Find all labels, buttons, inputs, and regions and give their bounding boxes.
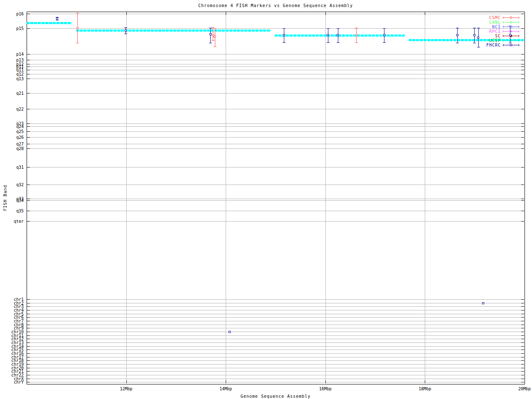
y-tick-mark [27, 375, 30, 375]
y-tick-mark [521, 375, 524, 375]
y-tick-mark [521, 368, 524, 368]
y-tick-mark [27, 79, 30, 79]
legend-sample-cap [503, 44, 503, 46]
x-tick-label: 16Mbp [313, 387, 338, 391]
legend-sample-cap [519, 35, 519, 37]
legend-sample-cap [519, 26, 519, 28]
y-tick-mark [521, 353, 524, 354]
y-tick-mark [27, 310, 30, 310]
legend-sample-cap [519, 21, 519, 23]
y-tick-mark [521, 144, 524, 144]
y-tick-label: q22 [0, 107, 24, 111]
x-tick-mark [425, 12, 425, 15]
x-tick-label: 14Mbp [213, 387, 238, 391]
x-tick-mark [226, 380, 226, 383]
CSMC-errorbar-cap [355, 42, 358, 43]
FHCRC-marker [209, 33, 212, 35]
y-tick-mark [27, 60, 30, 60]
legend-sample-cap [503, 26, 503, 28]
y-tick-label: q26 [0, 135, 24, 140]
x-tick-mark [126, 12, 127, 15]
y-tick-mark [521, 200, 524, 201]
y-tick-mark [27, 200, 30, 201]
y-tick-mark [27, 211, 30, 211]
y-tick-label: q12 [0, 72, 24, 76]
y-tick-mark [27, 306, 30, 307]
FHCRC-errorbar-cap [473, 43, 476, 43]
y-tick-label: p14 [0, 52, 24, 57]
y-tick-mark [521, 350, 524, 350]
y-tick-label: q21 [0, 91, 24, 96]
y-tick-mark [521, 317, 524, 318]
assembly-segment [76, 30, 271, 32]
FHCRC-marker [473, 34, 475, 36]
y-tick-mark [521, 131, 524, 132]
y-tick-mark [27, 64, 30, 64]
y-tick-mark [27, 144, 30, 144]
FHCRC-errorbar-cap [56, 20, 59, 20]
FHCRC-errorbar-cap [477, 28, 480, 28]
legend-label-sc: SC [451, 34, 501, 38]
y-tick-mark [27, 167, 30, 167]
y-tick-mark [27, 379, 30, 379]
y-tick-mark [27, 185, 30, 185]
x-tick-mark [525, 380, 525, 383]
y-tick-mark [27, 70, 30, 70]
y-tick-mark [521, 60, 524, 60]
y-tick-mark [521, 325, 524, 325]
y-tick-mark [27, 360, 30, 361]
CSMC-errorbar-cap [212, 27, 214, 28]
x-tick-label: 18Mbp [412, 387, 437, 391]
y-tick-mark [27, 131, 30, 132]
FHCRC-marker [229, 331, 231, 333]
y-tick-label: p15 [0, 26, 24, 31]
y-tick-mark [521, 109, 524, 109]
y-tick-mark [521, 346, 524, 347]
y-tick-mark [27, 93, 30, 94]
y-tick-label: qter [0, 219, 24, 224]
y-tick-mark [521, 28, 524, 29]
x-tick-mark [425, 380, 425, 383]
y-tick-mark [521, 357, 524, 357]
FHCRC-errorbar-cap [283, 28, 286, 29]
y-tick-mark [27, 321, 30, 321]
FHCRC-errorbar-cap [327, 28, 330, 29]
x-tick-label: 12Mbp [114, 387, 139, 391]
CSMC-errorbar-cap [76, 43, 79, 43]
y-tick-mark [27, 325, 30, 325]
FHCRC-errorbar-cap [209, 28, 212, 28]
legend-label-fhcrc: FHCRC [451, 43, 501, 47]
FHCRC-errorbar-cap [124, 27, 127, 28]
assembly-segment [275, 34, 405, 37]
y-tick-mark [27, 350, 30, 350]
y-tick-mark [27, 332, 30, 332]
y-tick-label: q25 [0, 129, 24, 134]
FHCRC-marker [509, 34, 511, 36]
legend-label-lanl: LANL [451, 20, 501, 25]
y-tick-mark [521, 14, 524, 14]
y-tick-mark [521, 303, 524, 303]
y-tick-mark [521, 79, 524, 79]
y-tick-mark [521, 93, 524, 94]
y-tick-mark [27, 137, 30, 138]
x-tick-mark [325, 12, 326, 15]
CSMC-errorbar-cap [355, 28, 358, 28]
y-tick-mark [521, 328, 524, 328]
FHCRC-marker [337, 34, 339, 36]
FHCRC-errorbar-cap [456, 43, 459, 43]
y-tick-label: p16 [0, 12, 24, 16]
y-tick-mark [27, 303, 30, 303]
legend-sample-cap [519, 44, 519, 46]
FHCRC-marker [283, 34, 285, 36]
y-tick-label: q32 [0, 182, 24, 187]
y-tick-label: q27 [0, 142, 24, 146]
plot-border [27, 12, 525, 384]
y-tick-mark [27, 328, 30, 328]
legend-marker [511, 21, 511, 24]
y-tick-mark [27, 339, 30, 339]
y-tick-mark [27, 66, 30, 67]
CSMC-errorbar-cap [214, 47, 217, 47]
FHCRC-marker [482, 302, 484, 304]
y-tick-mark [521, 185, 524, 185]
FHCRC-errorbar-cap [509, 43, 512, 43]
